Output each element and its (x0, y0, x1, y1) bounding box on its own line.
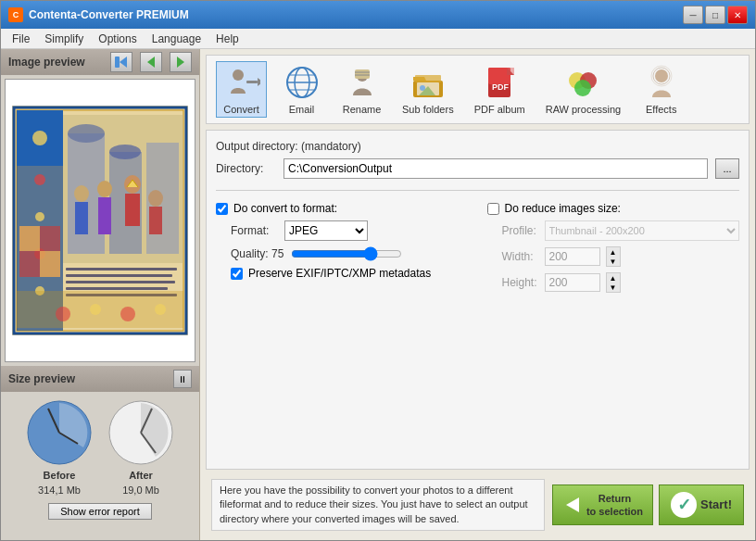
after-label: After (129, 470, 153, 481)
toolbar-subfolders-label: Sub folders (402, 104, 454, 115)
rename-icon (344, 64, 381, 101)
svg-rect-0 (115, 57, 120, 68)
email-icon (284, 64, 321, 101)
svg-rect-28 (66, 268, 177, 270)
before-circle (26, 399, 93, 466)
options-row: Do convert to format: Format: JPEG PNG B… (216, 202, 739, 293)
width-label: Width: (502, 250, 539, 263)
browse-button[interactable]: ... (715, 158, 739, 179)
pdf-icon: PDF (481, 64, 518, 101)
size-preview-label: Size preview (8, 372, 166, 385)
show-error-button[interactable]: Show error report (48, 503, 152, 520)
left-options: Do convert to format: Format: JPEG PNG B… (216, 202, 469, 280)
svg-point-11 (35, 212, 44, 221)
profile-select[interactable]: Thumbnail - 200x200 Small - 640x480 Medi… (545, 220, 740, 241)
toolbar-rename-label: Rename (343, 104, 382, 115)
app-icon: C (8, 7, 23, 22)
toolbar-effects[interactable]: Effects (636, 62, 687, 117)
output-dir-section: Output directory: (mandatory) Directory:… (216, 140, 739, 179)
image-preview-header: Image preview (1, 49, 199, 75)
info-text-content: Here you have the possibility to convert… (220, 484, 536, 526)
directory-input[interactable] (284, 158, 708, 179)
menu-language[interactable]: Language (145, 31, 208, 47)
menu-file[interactable]: File (5, 31, 37, 47)
width-down-button[interactable]: ▼ (607, 257, 620, 266)
svg-point-26 (148, 190, 163, 207)
menu-options[interactable]: Options (91, 31, 144, 47)
do-reduce-checkbox[interactable] (487, 203, 499, 215)
titlebar-left: C Contenta-Converter PREMIUM (8, 7, 189, 22)
pause-button[interactable]: ⏸ (173, 370, 192, 388)
toolbar-convert-label: Convert (223, 104, 259, 115)
info-text: Here you have the possibility to convert… (211, 479, 545, 531)
menu-help[interactable]: Help (208, 31, 246, 47)
svg-point-19 (109, 145, 141, 159)
svg-rect-23 (98, 197, 111, 234)
after-circle-container: After 19,0 Mb (107, 399, 174, 496)
do-convert-row: Do convert to format: (216, 202, 469, 215)
toolbar-raw[interactable]: RAW processing (540, 62, 627, 117)
right-panel: Convert Email (200, 49, 755, 540)
restore-button[interactable]: □ (705, 6, 725, 24)
toolbar-pdf[interactable]: PDF PDF album (469, 62, 531, 117)
height-spinner: ▲ ▼ (606, 272, 621, 293)
do-convert-checkbox[interactable] (216, 203, 228, 215)
return-button[interactable]: Return to selection (552, 484, 653, 525)
svg-point-47 (233, 69, 244, 81)
do-convert-label: Do convert to format: (233, 202, 337, 215)
close-button[interactable]: ✕ (727, 6, 748, 24)
menubar: File Simplify Options Language Help (1, 29, 755, 49)
toolbar-subfolders[interactable]: Sub folders (397, 62, 460, 117)
svg-point-10 (34, 174, 45, 185)
nav-next-arrow-button[interactable] (170, 52, 192, 72)
preserve-exif-checkbox[interactable] (231, 268, 243, 280)
height-down-button[interactable]: ▼ (607, 283, 620, 292)
quality-label: Quality: 75 (231, 247, 284, 260)
preserve-exif-label: Preserve EXIF/IPTC/XMP metadatas (248, 267, 431, 280)
toolbar-email[interactable]: Email (276, 62, 327, 117)
svg-point-71 (574, 80, 591, 96)
circles-row: Before 314,1 Mb After (26, 399, 174, 496)
svg-rect-27 (149, 207, 162, 234)
svg-point-37 (155, 304, 166, 315)
svg-marker-49 (258, 78, 260, 86)
svg-rect-30 (66, 281, 175, 283)
after-size: 19,0 Mb (122, 484, 159, 496)
height-input[interactable] (545, 273, 600, 292)
svg-rect-29 (66, 274, 172, 277)
width-up-button[interactable]: ▲ (607, 247, 620, 257)
svg-point-35 (90, 304, 101, 315)
svg-rect-40 (40, 251, 60, 277)
image-preview-label: Image preview (8, 56, 103, 69)
checkmark-icon: ✓ (671, 492, 697, 518)
height-up-button[interactable]: ▲ (607, 273, 620, 283)
start-button[interactable]: ✓ Start! (659, 484, 744, 525)
svg-rect-21 (75, 202, 88, 234)
width-input[interactable] (545, 247, 600, 266)
menu-simplify[interactable]: Simplify (37, 31, 91, 47)
nav-prev-icon (114, 55, 129, 69)
titlebar-buttons: ─ □ ✕ (683, 6, 748, 24)
quality-slider[interactable] (291, 246, 402, 261)
svg-marker-75 (566, 497, 579, 512)
toolbar-rename[interactable]: Rename (336, 62, 387, 117)
before-label: Before (44, 470, 76, 481)
return-label-line2: to selection (586, 505, 643, 518)
format-select[interactable]: JPEG PNG BMP TIFF GIF WEBP (284, 220, 368, 241)
svg-marker-3 (177, 57, 184, 68)
svg-rect-25 (125, 194, 140, 226)
profile-row: Profile: Thumbnail - 200x200 Small - 640… (502, 220, 740, 241)
svg-point-34 (56, 307, 70, 321)
nav-prev-button[interactable] (110, 52, 132, 72)
directory-row: Directory: ... (216, 158, 739, 179)
svg-point-20 (74, 185, 89, 202)
minimize-button[interactable]: ─ (683, 6, 703, 24)
toolbar-convert[interactable]: Convert (216, 61, 267, 118)
right-options: Do reduce images size: Profile: Thumbnai… (487, 202, 740, 293)
svg-marker-2 (147, 57, 155, 68)
show-error-label: Show error report (60, 506, 140, 517)
section-title: Output directory: (mandatory) (216, 140, 739, 153)
nav-prev-arrow-button[interactable] (140, 52, 162, 72)
svg-point-36 (120, 307, 135, 321)
separator (216, 190, 739, 191)
